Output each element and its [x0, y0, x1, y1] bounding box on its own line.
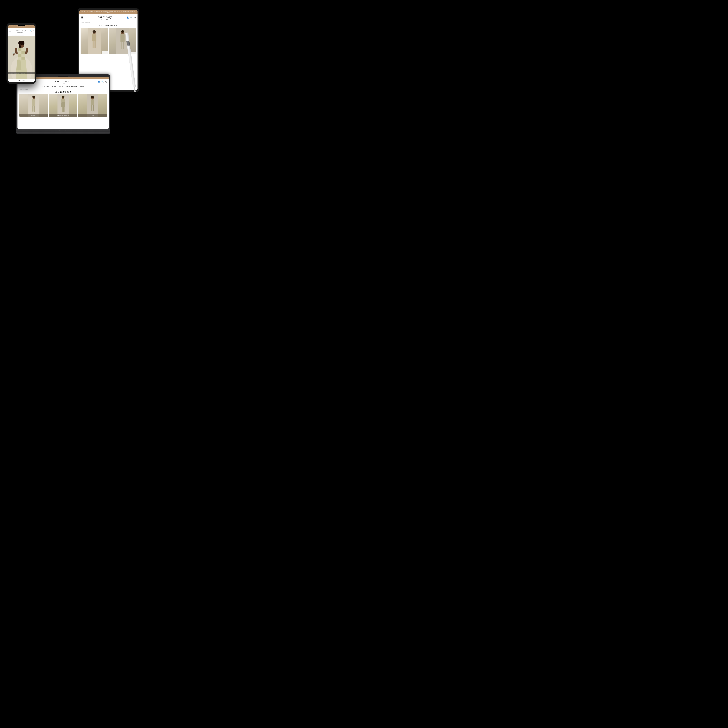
phone-device: USE CODE... 1ST ORDER | SHIPPING WORLDWI…	[6, 23, 37, 84]
svg-rect-12	[123, 41, 124, 49]
laptop-product-label-tops: TOPS	[78, 115, 107, 117]
laptop-product-img-2	[49, 94, 78, 117]
phone-dot-4	[22, 80, 23, 81]
laptop-screen: USE CODE HELLO10 FOR FLAT 10% OFF ON 1ST…	[17, 77, 109, 129]
svg-point-2	[93, 31, 96, 33]
laptop-notch	[58, 76, 68, 77]
svg-rect-42	[21, 50, 25, 54]
svg-rect-32	[93, 105, 94, 111]
phone-logo: sanctuary LIVING	[15, 29, 26, 33]
laptop-logo: sanctuary LIVING	[55, 80, 69, 84]
pencil-band-bottom	[127, 45, 130, 46]
laptop-brand-label: MacBook Pro	[59, 130, 67, 132]
laptop-cart-icon[interactable]: 🛍	[105, 81, 107, 83]
laptop-menu: CLOTHING HOME GIFTS SHOP THE LOOK BULK	[17, 85, 109, 88]
tablet-product-1[interactable]: CO-ORDSETS	[81, 28, 108, 54]
laptop-breadcrumb: Home › Loungewear	[17, 88, 109, 91]
scene: USE CODE HELLO10 FOR FLAT 10% OFF ON 1ST…	[3, 3, 142, 142]
svg-rect-18	[32, 106, 34, 112]
svg-rect-43	[18, 54, 21, 57]
phone-screen: USE CODE... 1ST ORDER | SHIPPING WORLDWI…	[8, 24, 35, 82]
svg-rect-19	[34, 106, 35, 112]
laptop-base: MacBook Pro	[16, 129, 110, 132]
phone-main-image: MAGNOLIA CHECK GRE...	[8, 36, 35, 79]
laptop-product-label-dresses: DRESSES	[20, 115, 48, 117]
svg-rect-45	[18, 57, 21, 60]
svg-point-29	[91, 96, 94, 98]
svg-rect-46	[21, 57, 25, 60]
tablet-breadcrumb: Home › Loungewear	[79, 21, 138, 24]
laptop-product-img-1	[20, 94, 48, 117]
svg-rect-41	[18, 50, 21, 54]
svg-rect-44	[21, 54, 25, 57]
laptop-menu-home[interactable]: HOME	[52, 86, 56, 87]
phone-next-arrow[interactable]: ›	[26, 80, 27, 81]
svg-point-9	[121, 31, 124, 33]
phone-dot-2	[19, 80, 20, 81]
tablet-nav-icons: 👤 🔍 🛍	[127, 17, 136, 18]
laptop-brand-living: LIVING	[55, 83, 69, 84]
phone-nav-icons: 🔍 🛍	[30, 30, 34, 32]
laptop-product-dresses[interactable]: DRESSES	[20, 94, 48, 117]
laptop-menu-gifts[interactable]: GIFTS	[59, 86, 63, 87]
tablet-brand-living: LIVING	[98, 19, 112, 20]
tablet-page-title: LOUNGEWEAR	[79, 24, 138, 28]
laptop-product-coords[interactable]: SOLID CO-ORD SETS	[49, 94, 78, 117]
svg-rect-4	[93, 41, 94, 48]
svg-rect-17	[32, 99, 35, 107]
svg-point-51	[20, 44, 21, 46]
tablet-banner: USE CODE HELLO10 FOR FLAT 10% OFF ON 1ST…	[79, 10, 138, 14]
svg-point-52	[22, 44, 23, 46]
phone-cart-icon[interactable]: 🛍	[32, 30, 34, 32]
phone-dot-3	[21, 80, 21, 81]
svg-rect-40	[21, 47, 25, 50]
tablet-search-icon[interactable]: 🔍	[130, 17, 133, 18]
phone-brand-living: LIVING	[15, 32, 26, 33]
laptop-brand-name: sanctuary	[55, 80, 69, 83]
phone-notch	[17, 24, 26, 26]
svg-rect-31	[91, 105, 92, 111]
svg-rect-23	[61, 99, 65, 102]
phone-search-icon[interactable]: 🔍	[30, 30, 32, 32]
tablet-logo: sanctuary LIVING	[98, 15, 112, 20]
tablet-product-img-2	[109, 28, 136, 54]
laptop-menu-shop-the-look[interactable]: SHOP THE LOOK	[66, 86, 77, 87]
laptop-menu-bulk[interactable]: BULK	[80, 86, 84, 87]
phone-brand-name: sanctuary	[15, 29, 26, 32]
svg-point-16	[32, 96, 35, 98]
phone-dots: ‹ ›	[8, 79, 35, 82]
tablet-product-img-1	[81, 28, 108, 54]
phone-nav: ☰ sanctuary LIVING 🔍 🛍	[8, 28, 35, 34]
tablet-account-icon[interactable]: 👤	[127, 17, 129, 18]
svg-rect-50	[12, 52, 14, 54]
svg-point-53	[18, 46, 19, 46]
phone-prev-arrow[interactable]: ‹	[16, 80, 17, 81]
laptop-product-img-3	[78, 94, 107, 117]
tablet-product-2[interactable]: CO-ORDS	[109, 28, 136, 54]
phone-menu-icon[interactable]: ☰	[9, 29, 11, 32]
tablet-cart-icon[interactable]: 🛍	[134, 17, 136, 18]
svg-rect-39	[18, 47, 21, 50]
laptop-search-icon[interactable]: 🔍	[101, 81, 104, 83]
svg-rect-13	[121, 34, 125, 41]
svg-rect-24	[61, 102, 65, 107]
laptop-menu-clothing[interactable]: CLOTHING	[42, 86, 49, 87]
laptop-product-tops[interactable]: TOPS	[78, 94, 107, 117]
svg-rect-26	[63, 107, 64, 112]
laptop-stand	[16, 132, 110, 134]
svg-rect-6	[92, 34, 96, 41]
pencil-tip	[134, 87, 136, 92]
svg-point-22	[62, 96, 64, 98]
laptop-products-grid: DRESSES	[17, 94, 109, 129]
phone-breadcrumb: Home › Magnolia Check Green Shirt Dress	[8, 34, 35, 36]
laptop-account-icon[interactable]: 👤	[98, 81, 100, 83]
phone-dot-1	[18, 80, 18, 81]
laptop-product-label-coords: SOLID CO-ORD SETS	[49, 115, 78, 117]
phone-product-name: MAGNOLIA CHECK GRE...	[8, 72, 35, 74]
phone-dot-6	[24, 80, 25, 81]
tablet-brand-name: sanctuary	[98, 15, 112, 18]
tablet-menu-icon[interactable]: ☰	[81, 16, 84, 19]
laptop-nav-icons: 👤 🔍 🛍	[98, 81, 107, 83]
tablet-product-label-1: CO-ORDSETS	[102, 51, 108, 54]
laptop-page-title: LOUNGEWEAR	[17, 91, 109, 94]
